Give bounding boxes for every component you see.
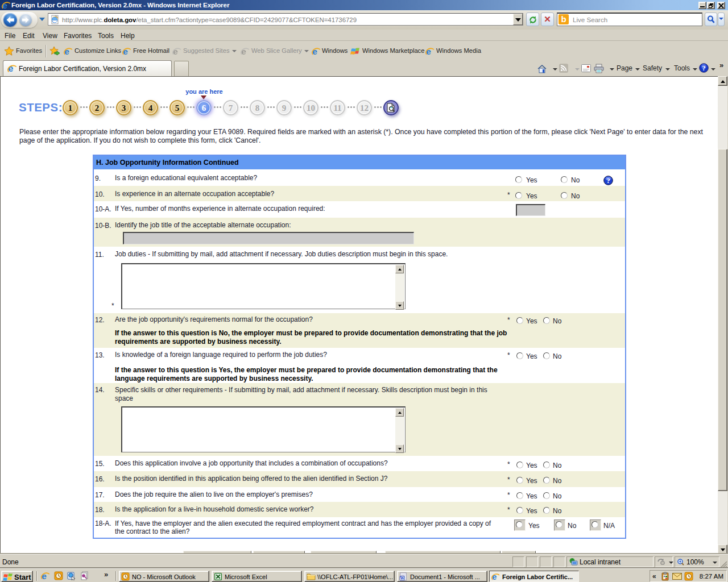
svg-text:?: ? bbox=[702, 64, 706, 72]
svg-text:W: W bbox=[400, 576, 404, 581]
svg-text:?: ? bbox=[606, 177, 610, 185]
